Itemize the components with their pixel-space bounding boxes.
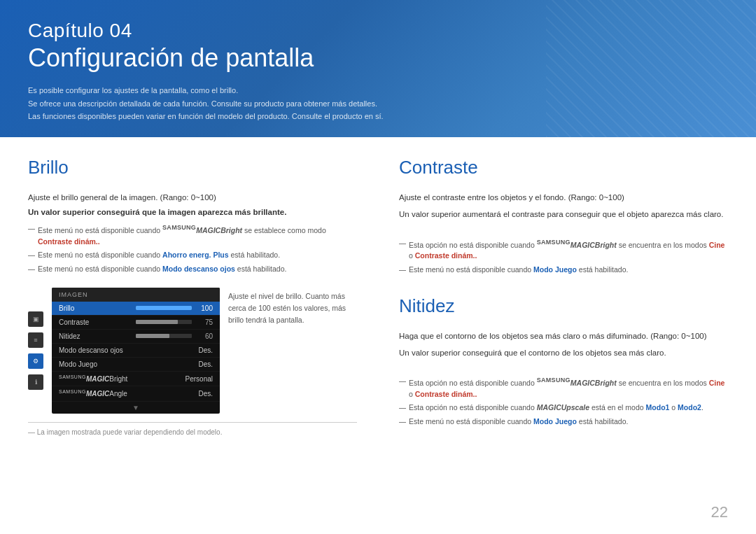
- header-desc-line3: Las funciones disponibles pueden variar …: [28, 110, 728, 123]
- screen-row-magic-bright: SAMSUNGMAGICBright Personal: [52, 372, 220, 386]
- contraste-bullet1: Esta opción no está disponible cuando SA…: [399, 238, 728, 262]
- screen-row-modo-descanso: Modo descanso ojos Des.: [52, 344, 220, 358]
- nitidez-bullet1: Esta opción no está disponible cuando SA…: [399, 376, 728, 400]
- header-desc-line2: Se ofrece una descripción detallada de c…: [28, 97, 728, 111]
- chapter-label: Capítulo 04: [28, 20, 728, 42]
- screen-scroll-indicator: ▼: [52, 402, 220, 414]
- nitidez-title: Nitidez: [399, 295, 728, 317]
- screen-row-nitidez: Nitidez 60: [52, 330, 220, 344]
- nitidez-text1: Haga que el contorno de los objetos sea …: [399, 330, 728, 342]
- contraste-text1: Ajuste el contraste entre los objetos y …: [399, 191, 728, 204]
- screen-side-icons: ▣ ≡ ⚙ ℹ: [28, 288, 43, 414]
- brillo-bullet2: Este menú no está disponible cuando Ahor…: [28, 250, 357, 261]
- brillo-bullet3: Este menú no está disponible cuando Modo…: [28, 264, 357, 275]
- header-desc-line1: Es posible configurar los ajustes de la …: [28, 84, 728, 97]
- nitidez-text2: Un valor superior conseguirá que el cont…: [399, 346, 728, 359]
- page-title: Configuración de pantalla: [28, 43, 728, 73]
- contraste-text2: Un valor superior aumentará el contraste…: [399, 208, 728, 220]
- screen-menu: IMAGEN Brillo 100 Contraste 75: [52, 288, 220, 414]
- page-header: Capítulo 04 Configuración de pantalla Es…: [0, 0, 756, 137]
- info-icon: ℹ: [28, 374, 43, 390]
- monitor-icon: ▣: [28, 311, 43, 327]
- screen-menu-header: IMAGEN: [52, 288, 220, 302]
- screen-row-contraste: Contraste 75: [52, 316, 220, 330]
- contraste-title: Contraste: [399, 157, 728, 178]
- screen-row-brillo: Brillo 100: [52, 302, 220, 316]
- right-column: Contraste Ajuste el contraste entre los …: [399, 137, 728, 436]
- screen-row-modo-juego: Modo Juego Des.: [52, 358, 220, 372]
- left-column: Brillo Ajuste el brillo general de la im…: [28, 137, 357, 436]
- contraste-bullet2: Este menú no está disponible cuando Modo…: [399, 265, 728, 276]
- page-number: 22: [711, 503, 728, 521]
- brillo-text2: Un valor superior conseguirá que la imag…: [28, 208, 357, 216]
- menu-icon: ≡: [28, 332, 43, 348]
- brillo-footnote: La imagen mostrada puede variar dependie…: [28, 422, 357, 436]
- screen-row-magic-angle: SAMSUNGMAGICAngle Des.: [52, 386, 220, 401]
- contraste-section: Contraste Ajuste el contraste entre los …: [399, 157, 728, 276]
- screen-side-text: Ajuste el nivel de brillo. Cuanto más ce…: [228, 288, 357, 414]
- nitidez-bullet2: Esta opción no está disponible cuando MA…: [399, 402, 728, 414]
- settings-icon: ⚙: [28, 353, 43, 369]
- nitidez-bullet3: Este menú no está disponible cuando Modo…: [399, 416, 728, 428]
- header-description: Es posible configurar los ajustes de la …: [28, 84, 728, 123]
- brillo-title: Brillo: [28, 157, 357, 178]
- brillo-text1: Ajuste el brillo general de la imagen. (…: [28, 191, 357, 204]
- brillo-bullet1: Este menú no está disponible cuando SAMS…: [28, 223, 357, 247]
- nitidez-section: Nitidez Haga que el contorno de los obje…: [399, 295, 728, 428]
- screen-illustration: ▣ ≡ ⚙ ℹ IMAGEN Brillo 100 Contraste: [28, 288, 357, 414]
- main-content: Brillo Ajuste el brillo general de la im…: [0, 137, 756, 436]
